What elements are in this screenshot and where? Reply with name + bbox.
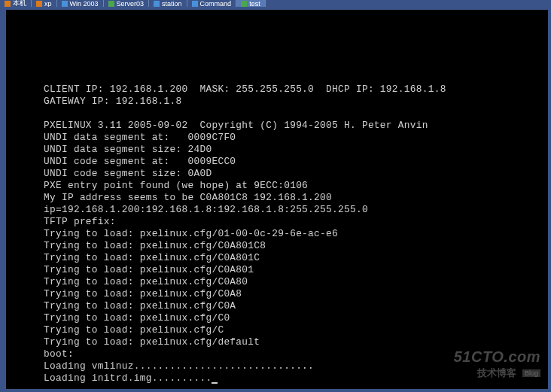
terminal-cursor: [212, 382, 218, 384]
tab-icon: [62, 1, 68, 7]
tab-Win 2003[interactable]: Win 2003: [57, 0, 104, 7]
tab-icon: [154, 1, 160, 7]
terminal-area: CLIENT IP: 192.168.1.200 MASK: 255.255.2…: [0, 7, 551, 392]
terminal-output: CLIENT IP: 192.168.1.200 MASK: 255.255.2…: [6, 10, 548, 389]
tab-test[interactable]: test: [236, 0, 266, 7]
tab-xp[interactable]: xp: [32, 0, 57, 7]
tab-Server03[interactable]: Server03: [104, 0, 150, 7]
tab-icon: [5, 1, 11, 7]
tab-bar: 本机xpWin 2003Server03stationCommandtest: [0, 0, 551, 7]
tab-Command[interactable]: Command: [187, 0, 237, 7]
tab-本机[interactable]: 本机: [0, 0, 32, 7]
tab-icon: [241, 1, 247, 7]
tab-icon: [192, 1, 198, 7]
tab-icon: [36, 1, 42, 7]
tab-station[interactable]: station: [149, 0, 187, 7]
tab-icon: [108, 1, 114, 7]
